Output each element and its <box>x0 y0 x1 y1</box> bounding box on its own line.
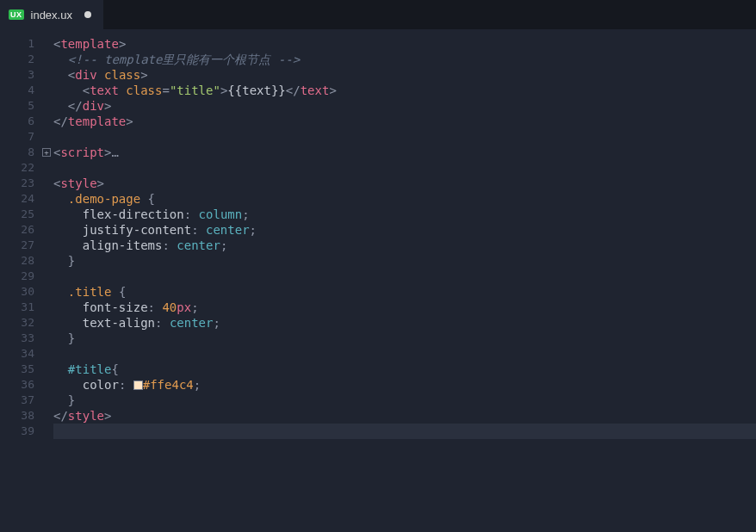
token-punc: ; <box>191 300 198 314</box>
token-tag: style <box>68 409 104 423</box>
token-hex: #ffe4c4 <box>143 378 194 392</box>
token-plain <box>111 285 118 299</box>
token-punc: { <box>111 362 118 376</box>
token-tag: style <box>60 176 96 190</box>
fold-cell <box>40 424 53 439</box>
code-line[interactable]: } <box>53 253 756 269</box>
token-num: 40 <box>162 300 177 314</box>
code-line[interactable] <box>53 424 756 439</box>
code-line[interactable]: <template> <box>53 36 756 52</box>
code-line[interactable]: } <box>53 331 756 346</box>
token-punc: = <box>162 84 169 97</box>
token-punc: > <box>97 176 104 190</box>
code-line[interactable]: </style> <box>53 408 756 424</box>
code-line[interactable] <box>53 346 756 362</box>
token-prop: text-align <box>83 316 155 330</box>
token-tag: script <box>60 145 104 159</box>
code-line[interactable]: <script>… <box>53 145 756 160</box>
token-plain <box>140 192 147 206</box>
token-tag: text <box>90 84 119 97</box>
code-line[interactable]: font-size: 40px; <box>53 300 756 315</box>
token-val: center <box>206 223 250 237</box>
fold-cell <box>40 284 53 300</box>
code-line[interactable]: <!-- template里只能有一个根节点 --> <box>53 52 756 67</box>
code-line[interactable]: color: #ffe4c4; <box>53 377 756 393</box>
code-line[interactable]: text-align: center; <box>53 315 756 331</box>
fold-cell[interactable]: + <box>40 145 53 160</box>
line-number: 23 <box>0 176 40 191</box>
line-number: 3 <box>0 67 40 83</box>
fold-cell <box>40 393 53 408</box>
line-number: 1 <box>0 36 40 52</box>
code-line[interactable] <box>53 160 756 176</box>
code-line[interactable]: .title { <box>53 284 756 300</box>
fold-cell <box>40 253 53 269</box>
line-number: 39 <box>0 424 40 439</box>
line-number: 7 <box>0 129 40 145</box>
code-line[interactable]: <text class="title">{{text}}</text> <box>53 83 756 98</box>
token-punc: : <box>162 238 177 252</box>
fold-column[interactable]: + <box>40 29 53 532</box>
code-line[interactable]: align-items: center; <box>53 238 756 253</box>
fold-cell <box>40 114 53 129</box>
file-type-icon: UX <box>9 9 24 20</box>
tab-index-ux[interactable]: UX index.ux <box>0 0 103 29</box>
token-tag: div <box>83 99 104 113</box>
token-punc: } <box>68 331 75 345</box>
token-punc: </ <box>53 114 68 128</box>
token-prop: color <box>83 378 119 392</box>
fold-cell <box>40 222 53 238</box>
line-number: 37 <box>0 393 40 408</box>
fold-cell <box>40 160 53 176</box>
code-line[interactable] <box>53 129 756 145</box>
code-editor[interactable]: 1234567822232425262728293031323334353637… <box>0 29 756 532</box>
token-mustache: {{text}} <box>227 84 285 97</box>
code-line[interactable]: } <box>53 393 756 408</box>
line-number-gutter: 1234567822232425262728293031323334353637… <box>0 29 40 532</box>
token-punc: : <box>119 378 133 392</box>
line-number: 4 <box>0 83 40 98</box>
fold-cell <box>40 67 53 83</box>
code-line[interactable]: <div class> <box>53 67 756 83</box>
line-number: 27 <box>0 238 40 253</box>
token-prop: font-size <box>83 300 148 314</box>
token-punc: < <box>83 84 90 97</box>
token-sel-cls: .title <box>68 285 112 299</box>
line-number: 24 <box>0 191 40 207</box>
token-prop: justify-content <box>83 223 191 237</box>
code-line[interactable]: <style> <box>53 176 756 191</box>
fold-cell <box>40 346 53 362</box>
token-val: center <box>170 316 214 330</box>
fold-cell <box>40 191 53 207</box>
token-punc: ; <box>250 223 257 237</box>
fold-cell <box>40 269 53 284</box>
line-number: 25 <box>0 207 40 222</box>
fold-cell <box>40 129 53 145</box>
code-line[interactable]: .demo-page { <box>53 191 756 207</box>
line-number: 28 <box>0 253 40 269</box>
line-number: 5 <box>0 98 40 114</box>
fold-cell <box>40 83 53 98</box>
token-attr: class <box>126 84 162 97</box>
token-punc: : <box>191 223 206 237</box>
fold-expand-icon[interactable]: + <box>42 148 51 157</box>
tab-filename: index.ux <box>31 9 72 22</box>
token-punc: > <box>126 114 133 128</box>
line-number: 22 <box>0 160 40 176</box>
token-punc: } <box>68 254 75 268</box>
code-line[interactable]: flex-direction: column; <box>53 207 756 222</box>
code-line[interactable]: </div> <box>53 98 756 114</box>
token-punc: ; <box>213 316 220 330</box>
code-line[interactable]: justify-content: center; <box>53 222 756 238</box>
fold-cell <box>40 238 53 253</box>
token-val: column <box>199 207 243 221</box>
code-line[interactable]: </template> <box>53 114 756 129</box>
line-number: 6 <box>0 114 40 129</box>
code-line[interactable] <box>53 269 756 284</box>
line-number: 34 <box>0 346 40 362</box>
code-line[interactable]: #title{ <box>53 362 756 377</box>
token-punc: ; <box>220 238 227 252</box>
line-number: 8 <box>0 145 40 160</box>
code-area[interactable]: <template> <!-- template里只能有一个根节点 --> <d… <box>53 29 756 532</box>
fold-cell <box>40 98 53 114</box>
